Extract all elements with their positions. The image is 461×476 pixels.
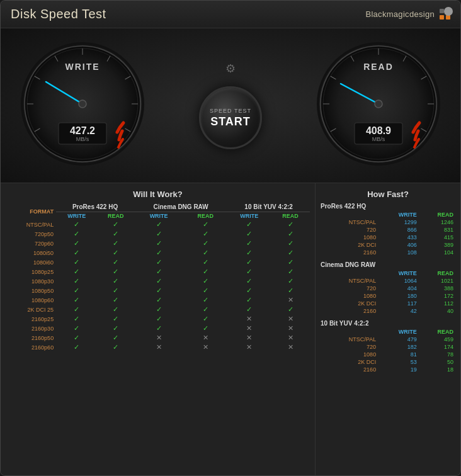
check-icon: ✓	[113, 258, 118, 266]
check-icon: ✓	[113, 324, 118, 332]
format-cell: 720p50	[6, 229, 56, 239]
table-row: 1080i60✓✓✓✓✓✓	[6, 258, 310, 267]
start-button[interactable]: SPEED TEST START	[199, 86, 262, 149]
hf-row-label: 1080	[321, 292, 378, 300]
check-icon: ✓	[288, 249, 293, 256]
check-cell: ✓	[98, 276, 135, 286]
check-icon: ✓	[156, 305, 162, 313]
cross-icon: ✕	[246, 315, 252, 322]
check-cell: ✓	[98, 286, 135, 295]
check-icon: ✓	[203, 230, 208, 237]
hf-row-label: 1080	[321, 351, 378, 358]
check-cell: ✓	[56, 305, 97, 314]
check-cell: ✓	[134, 220, 183, 229]
hf-col-label	[321, 269, 378, 277]
table-row: 1080i50✓✓✓✓✓✓	[6, 248, 310, 258]
hf-col-write: WRITE	[378, 269, 419, 277]
table-row: 2K DCI406389	[321, 241, 455, 249]
hf-row-label: NTSC/PAL	[321, 218, 378, 226]
hf-table: WRITEREADNTSC/PAL47945972018217410808178…	[321, 328, 455, 373]
check-cell: ✓	[134, 295, 183, 305]
hf-write-val: 1299	[378, 218, 419, 226]
check-cell: ✕	[271, 324, 310, 333]
format-cell: 1080i60	[6, 258, 56, 267]
check-cell: ✕	[227, 324, 271, 333]
hf-read-val: 1246	[419, 218, 455, 226]
check-icon: ✓	[113, 249, 118, 256]
check-cell: ✓	[271, 276, 310, 286]
hf-write-val: 1064	[378, 277, 419, 285]
check-cell: ✕	[227, 333, 271, 343]
hf-col-read: READ	[419, 328, 455, 336]
format-cell: 1080p50	[6, 286, 56, 295]
check-icon: ✓	[74, 334, 79, 341]
cross-icon: ✕	[246, 343, 252, 351]
how-fast-panel: How Fast? ProRes 422 HQWRITEREADNTSC/PAL…	[316, 183, 460, 475]
hf-write-val: 866	[378, 226, 419, 234]
hf-col-read: READ	[419, 211, 455, 218]
will-it-work-panel: Will It Work? FORMAT ProRes 422 HQ Cinem…	[1, 183, 316, 475]
check-cell: ✓	[183, 248, 227, 258]
table-row: 720182174	[321, 343, 455, 351]
format-cell: 2160p25	[6, 314, 56, 324]
check-icon: ✓	[156, 324, 162, 332]
table-row: 2160p25✓✓✓✓✕✕	[6, 314, 310, 324]
svg-point-31	[375, 100, 382, 108]
write-gauge-container: 427.2 MB/s WRITE	[20, 41, 145, 167]
check-icon: ✓	[74, 277, 79, 285]
check-cell: ✕	[227, 343, 271, 352]
write-col-1: WRITE	[56, 212, 97, 220]
check-cell: ✓	[56, 333, 97, 343]
check-cell: ✓	[183, 286, 227, 295]
check-cell: ✓	[183, 220, 227, 229]
check-icon: ✓	[74, 286, 79, 294]
check-icon: ✓	[246, 305, 252, 313]
check-cell: ✓	[56, 343, 97, 352]
hf-col-label	[321, 211, 378, 218]
check-icon: ✓	[246, 230, 252, 237]
check-icon: ✓	[156, 258, 162, 266]
check-icon: ✓	[288, 305, 293, 313]
table-row: 1080433415	[321, 234, 455, 241]
hf-row-label: 2160	[321, 249, 378, 256]
table-row: 1080p50✓✓✓✓✓✓	[6, 286, 310, 295]
table-row: NTSC/PAL10641021	[321, 277, 455, 285]
check-cell: ✓	[98, 343, 135, 352]
app-title: Disk Speed Test	[11, 7, 106, 21]
check-cell: ✓	[183, 258, 227, 267]
check-cell: ✓	[183, 314, 227, 324]
hf-codec-section: 10 Bit YUV 4:2:2WRITEREADNTSC/PAL4794597…	[321, 320, 455, 373]
hf-read-val: 1021	[419, 277, 455, 285]
hf-col-read: READ	[419, 269, 455, 277]
table-row: 720p50✓✓✓✓✓✓	[6, 229, 310, 239]
hf-read-val: 50	[419, 358, 455, 366]
check-icon: ✓	[203, 268, 208, 275]
check-icon: ✓	[74, 220, 79, 228]
check-cell: ✓	[56, 220, 97, 229]
hf-read-val: 174	[419, 343, 455, 351]
check-cell: ✓	[98, 248, 135, 258]
read-gauge: 408.9 MB/s READ	[316, 41, 441, 167]
format-cell: 2160p30	[6, 324, 56, 333]
check-cell: ✓	[56, 276, 97, 286]
check-cell: ✓	[227, 229, 271, 239]
check-cell: ✓	[56, 295, 97, 305]
check-cell: ✓	[134, 248, 183, 258]
table-row: NTSC/PAL479459	[321, 336, 455, 343]
table-row: 2160p30✓✓✓✓✕✕	[6, 324, 310, 333]
check-cell: ✕	[134, 333, 183, 343]
close-button[interactable]	[444, 7, 453, 16]
check-cell: ✓	[183, 276, 227, 286]
check-cell: ✓	[134, 276, 183, 286]
check-cell: ✓	[98, 295, 135, 305]
settings-button[interactable]: ⚙	[220, 59, 241, 79]
check-icon: ✓	[113, 343, 118, 351]
check-icon: ✓	[288, 239, 293, 247]
table-row: 1080p30✓✓✓✓✓✓	[6, 276, 310, 286]
cross-icon: ✕	[203, 334, 208, 341]
table-row: NTSC/PAL12991246	[321, 218, 455, 226]
check-cell: ✓	[56, 239, 97, 248]
check-icon: ✓	[246, 296, 252, 303]
hf-row-label: 720	[321, 226, 378, 234]
hf-read-val: 104	[419, 249, 455, 256]
